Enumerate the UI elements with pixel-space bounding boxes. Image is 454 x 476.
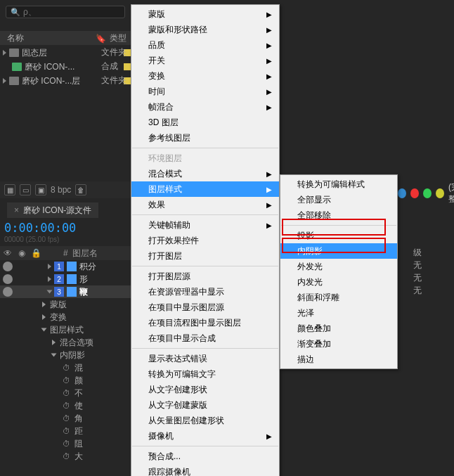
layer-row[interactable]: 2 形: [0, 273, 141, 285]
menu-item-openeffect[interactable]: 打开效果控件: [131, 233, 279, 248]
channel-icon[interactable]: [398, 188, 406, 198]
menu-item-guidelayer[interactable]: 参考线图层: [131, 130, 279, 146]
col-name-header[interactable]: 名称: [7, 32, 90, 44]
prop-group[interactable]: 变换: [42, 311, 141, 323]
menu-item-frameblend[interactable]: 帧混合▶: [131, 99, 279, 115]
twirl-icon[interactable]: [48, 264, 51, 269]
timecode-display[interactable]: 0:00:00:00: [4, 221, 76, 235]
close-icon[interactable]: ×: [14, 205, 19, 215]
layer-name[interactable]: 鞭: [79, 286, 88, 298]
stopwatch-icon[interactable]: ⏱: [62, 364, 70, 372]
menu-item-reveal-proj[interactable]: 在项目中显示图层源: [131, 300, 279, 315]
stopwatch-icon[interactable]: ⏱: [62, 439, 70, 448]
menu-item-quality[interactable]: 品质▶: [131, 37, 279, 53]
menu-item-masks[interactable]: 蒙版▶: [131, 6, 279, 22]
menu-item-openlayer[interactable]: 打开图层: [131, 248, 279, 264]
menu-item-masks-from-text[interactable]: 从文字创建蒙版: [131, 397, 279, 413]
col-number[interactable]: #: [63, 248, 68, 258]
stopwatch-icon[interactable]: ⏱: [62, 414, 70, 423]
prop-item[interactable]: ⏱角: [42, 412, 141, 425]
menu-item-outer-glow[interactable]: 外发光: [280, 259, 397, 274]
twirl-icon[interactable]: [51, 354, 57, 357]
menu-item-openlayersrc[interactable]: 打开图层源: [131, 269, 279, 284]
visibility-toggle[interactable]: [3, 274, 13, 284]
twirl-icon[interactable]: [47, 290, 53, 294]
menu-item-precompose[interactable]: 预合成...: [131, 449, 279, 464]
twirl-icon[interactable]: [48, 276, 51, 282]
menu-item-color-overlay[interactable]: 颜色叠加: [280, 321, 397, 336]
channel-icon[interactable]: [436, 188, 444, 198]
menu-item-reveal-explorer[interactable]: 在资源管理器中显示: [131, 284, 279, 300]
layer-row[interactable]: 1 积分: [0, 260, 141, 273]
visibility-toggle[interactable]: [3, 287, 13, 297]
stopwatch-icon[interactable]: ⏱: [62, 427, 70, 435]
prop-subgroup[interactable]: 混合选项: [42, 336, 141, 349]
menu-item-stroke[interactable]: 描边: [280, 352, 397, 367]
layer-name[interactable]: 形: [79, 274, 88, 285]
parent-value[interactable]: 无: [413, 284, 422, 297]
menu-item-keyframeassist[interactable]: 关键帧辅助▶: [131, 217, 279, 233]
menu-item-time[interactable]: 时间▶: [131, 84, 279, 99]
new-comp-icon[interactable]: ▣: [35, 184, 46, 195]
comp-tab[interactable]: × 磨砂 ICON-源文件: [7, 202, 98, 218]
prop-group[interactable]: 图层样式: [42, 323, 141, 336]
parent-header[interactable]: 级: [413, 246, 422, 259]
stopwatch-icon[interactable]: ⏱: [62, 401, 70, 410]
interpret-footage-icon[interactable]: ▦: [4, 184, 15, 195]
menu-item-inner-shadow[interactable]: 内阴影: [280, 243, 397, 259]
layer-styles-submenu[interactable]: 转换为可编辑样式全部显示全部移除投影内阴影外发光内发光斜面和浮雕光泽颜色叠加渐变…: [280, 174, 398, 369]
menu-item-remove-all[interactable]: 全部移除: [280, 207, 397, 223]
stopwatch-icon[interactable]: ⏱: [62, 376, 70, 385]
stopwatch-icon[interactable]: ⏱: [62, 452, 70, 461]
menu-item-blendmode[interactable]: 混合模式▶: [131, 166, 279, 181]
prop-item[interactable]: ⏱阻: [42, 437, 141, 450]
twirl-icon[interactable]: [3, 78, 6, 84]
twirl-icon[interactable]: [41, 328, 47, 332]
menu-item-switches[interactable]: 开关▶: [131, 53, 279, 68]
menu-item-layerstyles[interactable]: 图层样式▶: [131, 181, 279, 197]
menu-item-camera[interactable]: 摄像机▶: [131, 428, 279, 444]
twirl-icon[interactable]: [42, 302, 46, 307]
menu-item-3dlayer[interactable]: 3D 图层: [131, 115, 279, 130]
trash-icon[interactable]: 🗑: [75, 184, 86, 195]
menu-item-effect[interactable]: 效果▶: [131, 197, 279, 212]
twirl-icon[interactable]: [52, 340, 56, 345]
layer-row[interactable]: 3 鞭: [0, 285, 141, 298]
menu-item-maskpath[interactable]: 蒙版和形状路径▶: [131, 22, 279, 37]
project-search-input[interactable]: 🔍 ρ、: [6, 6, 125, 18]
col-layername[interactable]: 图层名: [72, 247, 98, 259]
prop-item[interactable]: ⏱不: [42, 387, 141, 399]
menu-item-drop-shadow[interactable]: 投影: [280, 228, 397, 243]
twirl-icon[interactable]: [42, 314, 46, 320]
menu-item-transform[interactable]: 变换▶: [131, 68, 279, 84]
menu-item-show-all[interactable]: 全部显示: [280, 192, 397, 207]
menu-item-satin[interactable]: 光泽: [280, 305, 397, 321]
prop-group[interactable]: 蒙版: [42, 298, 141, 311]
menu-item-shapes-from-vector[interactable]: 从矢量图层创建形状: [131, 413, 279, 428]
menu-item-convert-editable[interactable]: 转换为可编辑样式: [280, 176, 397, 192]
prop-item[interactable]: ⏱颜: [42, 374, 141, 387]
menu-item-track-camera[interactable]: 跟踪摄像机: [131, 464, 279, 476]
menu-item-gradient-overlay[interactable]: 渐变叠加: [280, 336, 397, 352]
bit-depth-button[interactable]: 8 bpc: [51, 185, 71, 195]
prop-item[interactable]: ⏱使: [42, 399, 141, 412]
menu-item-bevel[interactable]: 斜面和浮雕: [280, 290, 397, 305]
menu-item-inner-glow[interactable]: 内发光: [280, 274, 397, 290]
parent-value[interactable]: 无: [413, 271, 422, 284]
channel-icon[interactable]: [423, 188, 432, 198]
prop-item[interactable]: ⏱大: [42, 450, 141, 463]
menu-item-reveal-comp[interactable]: 在项目中显示合成: [131, 330, 279, 346]
menu-item-convert-text[interactable]: 转换为可编辑文字: [131, 366, 279, 382]
stopwatch-icon[interactable]: ⏱: [62, 389, 70, 397]
new-folder-icon[interactable]: ▭: [20, 184, 31, 195]
parent-value[interactable]: 无: [413, 259, 422, 271]
menu-item-reveal-flow[interactable]: 在项目流程图中显示图层: [131, 315, 279, 330]
resolution-label[interactable]: (完整: [448, 181, 454, 205]
prop-subgroup[interactable]: 内阴影: [42, 349, 141, 361]
layer-name[interactable]: 积分: [79, 261, 96, 273]
visibility-toggle[interactable]: [3, 262, 13, 271]
prop-item[interactable]: ⏱距: [42, 425, 141, 437]
prop-item[interactable]: ⏱混: [42, 361, 141, 374]
twirl-icon[interactable]: [3, 50, 6, 56]
channel-icon[interactable]: [410, 188, 419, 198]
